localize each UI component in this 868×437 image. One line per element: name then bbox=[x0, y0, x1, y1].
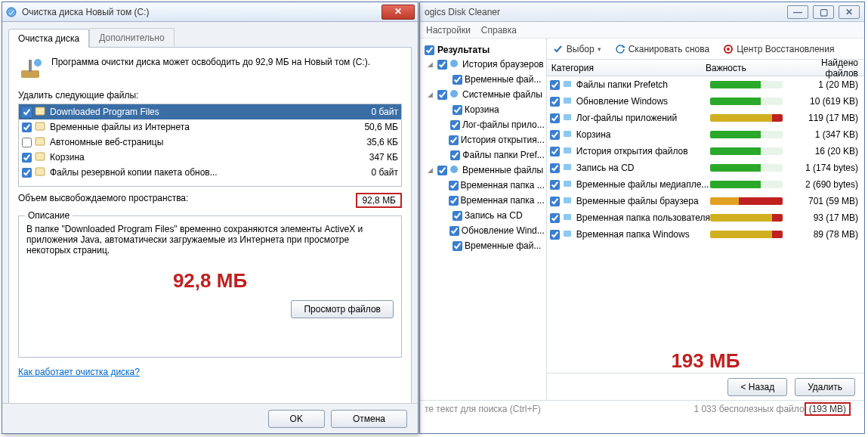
tree-checkbox[interactable] bbox=[449, 226, 459, 236]
tree-item[interactable]: Временные фай... bbox=[422, 72, 545, 87]
tree-root-checkbox[interactable] bbox=[425, 45, 434, 55]
file-checkbox[interactable] bbox=[22, 138, 32, 147]
file-icon bbox=[35, 151, 47, 163]
maximize-button[interactable]: ▢ bbox=[813, 5, 834, 19]
tab-more[interactable]: Дополнительно bbox=[89, 28, 174, 47]
file-checkbox[interactable] bbox=[22, 122, 32, 132]
tree-item[interactable]: ◢История браузеров bbox=[422, 57, 545, 72]
tree-item[interactable]: Обновление Wind... bbox=[422, 223, 545, 238]
result-checkbox[interactable] bbox=[550, 80, 560, 90]
toolbar-rescue[interactable]: Центр Восстановления bbox=[723, 44, 834, 54]
result-checkbox[interactable] bbox=[550, 197, 560, 206]
result-row[interactable]: Временная папка Windows89 (78 MB) bbox=[547, 226, 864, 243]
file-row[interactable]: Файлы резервной копии пакета обнов...0 б… bbox=[19, 165, 401, 180]
back-button[interactable]: < Назад bbox=[727, 378, 787, 396]
result-checkbox[interactable] bbox=[550, 147, 560, 157]
tree-checkbox[interactable] bbox=[453, 241, 462, 251]
view-files-button[interactable]: Просмотр файлов bbox=[291, 300, 394, 318]
result-row[interactable]: Временные файлы браузера701 (59 MB) bbox=[547, 193, 864, 209]
tree-item[interactable]: ◢Временные файлы bbox=[422, 163, 545, 178]
result-row[interactable]: Временная папка пользователя93 (17 MB) bbox=[547, 209, 864, 226]
result-row[interactable]: Обновление Windows10 (619 KB) bbox=[547, 93, 864, 110]
menu-help[interactable]: Справка bbox=[481, 25, 517, 36]
minimize-button[interactable]: — bbox=[787, 5, 808, 19]
result-row[interactable]: Корзина1 (347 KB) bbox=[547, 126, 864, 143]
tree-item[interactable]: Лог-файлы прило... bbox=[422, 117, 545, 132]
svg-point-11 bbox=[450, 166, 458, 173]
expand-arrow-icon[interactable]: ◢ bbox=[428, 60, 435, 68]
close-button[interactable]: ✕ bbox=[839, 5, 860, 19]
tree-checkbox[interactable] bbox=[449, 135, 459, 145]
result-checkbox[interactable] bbox=[550, 163, 560, 173]
tree-checkbox[interactable] bbox=[437, 90, 447, 100]
tree-checkbox[interactable] bbox=[453, 75, 462, 85]
file-list[interactable]: Downloaded Program Files0 байтВременные … bbox=[18, 104, 402, 187]
file-icon bbox=[35, 106, 47, 118]
tree-checkbox[interactable] bbox=[449, 196, 459, 206]
annotation-big-value: 193 МБ bbox=[547, 349, 864, 373]
result-checkbox[interactable] bbox=[550, 230, 560, 240]
result-checkbox[interactable] bbox=[550, 130, 560, 140]
cancel-button[interactable]: Отмена bbox=[331, 410, 407, 428]
tree-checkbox[interactable] bbox=[453, 211, 462, 221]
col-importance[interactable]: Важность bbox=[706, 63, 789, 73]
result-list: Файлы папки Prefetch1 (20 MB)Обновление … bbox=[547, 76, 864, 328]
description-legend: Описание bbox=[25, 210, 73, 221]
result-name: Временные файлы медиапле... bbox=[576, 179, 710, 190]
importance-bar bbox=[710, 98, 783, 105]
menu-settings[interactable]: Настройки bbox=[426, 25, 471, 36]
file-row[interactable]: Корзина347 КБ bbox=[19, 150, 401, 165]
result-row[interactable]: Лог-файлы приложений119 (17 MB) bbox=[547, 110, 864, 126]
tree-item[interactable]: Временная папка ... bbox=[422, 193, 545, 208]
tree-item[interactable]: ◢Системные файлы bbox=[422, 87, 545, 102]
col-found[interactable]: Найдено файлов bbox=[789, 57, 864, 79]
search-placeholder[interactable]: те текст для поиска (Ctrl+F) bbox=[425, 404, 541, 414]
svg-rect-6 bbox=[36, 138, 45, 145]
toolbar-rescan[interactable]: Сканировать снова bbox=[615, 44, 709, 54]
tree-checkbox[interactable] bbox=[453, 105, 462, 115]
file-checkbox[interactable] bbox=[22, 153, 32, 163]
file-icon bbox=[35, 136, 47, 148]
tab-cleanup[interactable]: Очистка диска bbox=[8, 29, 89, 48]
result-row[interactable]: Файлы папки Prefetch1 (20 MB) bbox=[547, 76, 864, 93]
delete-button[interactable]: Удалить bbox=[795, 378, 855, 396]
tree-item[interactable]: История открытия... bbox=[422, 132, 545, 147]
tree-item[interactable]: Корзина bbox=[422, 102, 545, 117]
file-row[interactable]: Временные файлы из Интернета50,6 МБ bbox=[19, 119, 401, 135]
file-icon bbox=[35, 121, 47, 133]
status-size-box: (193 MB) bbox=[805, 402, 851, 416]
tree-checkbox[interactable] bbox=[450, 150, 460, 160]
col-category[interactable]: Категория bbox=[547, 63, 706, 73]
tree-item[interactable]: Запись на CD bbox=[422, 208, 545, 223]
result-row[interactable]: Временные файлы медиапле...2 (690 bytes) bbox=[547, 176, 864, 193]
ok-button[interactable]: OK bbox=[268, 410, 325, 428]
result-name: История открытия файлов bbox=[576, 146, 710, 157]
tree-checkbox[interactable] bbox=[449, 181, 459, 191]
intro-text: Программа очистки диска может освободить… bbox=[51, 57, 370, 82]
result-checkbox[interactable] bbox=[550, 180, 560, 190]
file-row[interactable]: Downloaded Program Files0 байт bbox=[19, 104, 401, 119]
file-checkbox[interactable] bbox=[22, 107, 32, 117]
toolbar-select[interactable]: Выбор ▾ bbox=[553, 44, 601, 54]
tree-checkbox[interactable] bbox=[450, 120, 460, 130]
expand-arrow-icon[interactable]: ◢ bbox=[428, 166, 435, 174]
total-row: Объем высвобождаемого пространства: 92,8… bbox=[18, 193, 402, 208]
close-button[interactable]: ✕ bbox=[381, 5, 415, 20]
tree-checkbox[interactable] bbox=[437, 166, 447, 175]
result-row[interactable]: Запись на CD1 (174 bytes) bbox=[547, 160, 864, 176]
tree-checkbox[interactable] bbox=[437, 60, 447, 70]
svg-rect-23 bbox=[564, 231, 571, 237]
result-checkbox[interactable] bbox=[550, 113, 560, 123]
tree-item[interactable]: Временные фай... bbox=[422, 238, 545, 253]
tree-item[interactable]: Временная папка ... bbox=[422, 178, 545, 193]
result-checkbox[interactable] bbox=[550, 213, 560, 223]
file-row[interactable]: Автономные веб-страницы35,6 КБ bbox=[19, 135, 401, 150]
tree-item[interactable]: Файлы папки Pref... bbox=[422, 147, 545, 163]
result-row[interactable]: История открытия файлов16 (20 KB) bbox=[547, 143, 864, 160]
total-value: 92,8 МБ bbox=[356, 193, 402, 208]
file-checkbox[interactable] bbox=[22, 168, 32, 178]
status-bar: те текст для поиска (Ctrl+F) 1 033 беспо… bbox=[420, 400, 864, 417]
expand-arrow-icon[interactable]: ◢ bbox=[428, 91, 435, 98]
how-it-works-link[interactable]: Как работает очистка диска? bbox=[18, 367, 140, 377]
result-checkbox[interactable] bbox=[550, 97, 560, 107]
